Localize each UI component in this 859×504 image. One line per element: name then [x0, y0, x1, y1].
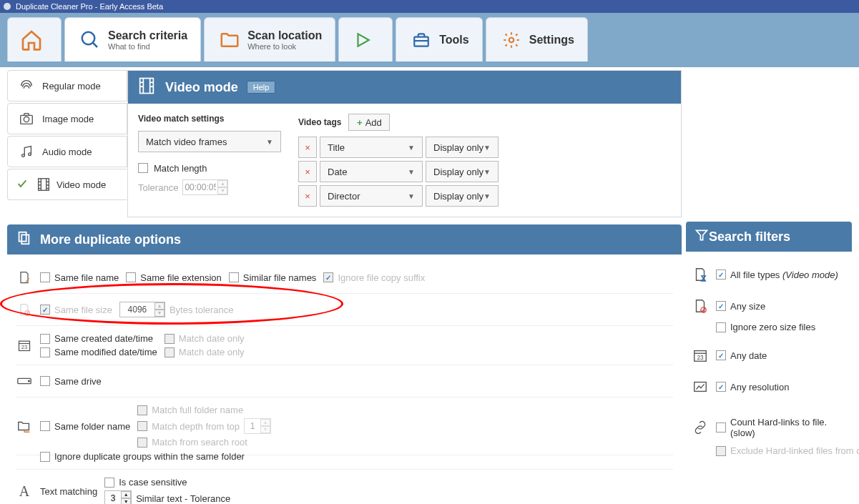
- remove-tag-director[interactable]: ×: [298, 185, 317, 207]
- chevron-down-icon: ▼: [408, 192, 415, 200]
- app-icon: [3, 2, 11, 11]
- svg-point-1: [82, 31, 95, 44]
- drive-icon: [16, 372, 33, 390]
- tag-director-dropdown[interactable]: Director▼: [320, 185, 423, 207]
- tag-title-dropdown[interactable]: Title▼: [320, 137, 423, 158]
- tolerance-input[interactable]: [183, 181, 217, 194]
- tag-director-display-value: Display only: [433, 191, 484, 202]
- mode-tab-regular[interactable]: Regular mode: [7, 70, 127, 102]
- ignore-zero-checkbox[interactable]: [716, 322, 726, 332]
- svg-point-9: [22, 154, 25, 157]
- file-edit-icon: [16, 269, 33, 286]
- sim-down[interactable]: ▼: [121, 498, 131, 504]
- mode-video-label: Video mode: [57, 179, 106, 190]
- same-created-checkbox[interactable]: [40, 334, 50, 344]
- sim-tol-input[interactable]: [105, 492, 121, 504]
- same-file-name-checkbox[interactable]: [40, 272, 50, 282]
- mode-tab-video[interactable]: Video mode: [7, 169, 127, 200]
- bytes-tolerance-label: Bytes tolerance: [170, 305, 234, 315]
- tag-date-dropdown[interactable]: Date▼: [320, 161, 423, 182]
- svg-point-6: [509, 37, 514, 42]
- tab-tools-title: Tools: [439, 34, 468, 46]
- camera-icon: [16, 110, 36, 127]
- mode-image-label: Image mode: [42, 114, 94, 124]
- tag-director-display-dropdown[interactable]: Display only▼: [426, 185, 499, 207]
- ignore-dup-groups-label: Ignore duplicate groups within the same …: [54, 451, 245, 462]
- match-dropdown-value: Match video frames: [146, 137, 227, 147]
- same-modified-checkbox[interactable]: [40, 347, 50, 357]
- folder-icon: [217, 28, 242, 52]
- svg-line-39: [702, 308, 706, 312]
- tolerance-down[interactable]: ▼: [217, 187, 227, 194]
- any-resolution-checkbox[interactable]: [716, 382, 726, 392]
- tab-settings[interactable]: Settings: [486, 17, 588, 61]
- match-length-checkbox[interactable]: [138, 163, 148, 173]
- same-created-label: Same created date/time: [54, 333, 153, 344]
- tab-tools[interactable]: Tools: [396, 17, 482, 61]
- is-case-label: Is case sensitive: [119, 477, 187, 488]
- svg-rect-27: [19, 232, 26, 241]
- tag-title-display-dropdown[interactable]: Display only▼: [426, 137, 499, 158]
- ignore-dup-groups-checkbox[interactable]: [40, 452, 50, 462]
- svg-rect-20: [140, 78, 154, 93]
- chevron-down-icon: ▼: [484, 168, 491, 176]
- gear-icon: [499, 28, 524, 52]
- all-filetypes-label: All file types: [730, 270, 780, 280]
- same-folder-checkbox[interactable]: [40, 421, 50, 431]
- count-hardlinks-checkbox[interactable]: [716, 423, 726, 433]
- tolerance-up[interactable]: ▲: [217, 180, 227, 187]
- tab-location-sub: Where to look: [247, 42, 322, 51]
- tab-play[interactable]: [338, 17, 393, 61]
- tab-home[interactable]: [7, 17, 62, 61]
- all-filetypes-mode: (Video mode): [782, 270, 838, 280]
- svg-text:23: 23: [21, 344, 27, 350]
- match-search-root-label: Match from search root: [152, 437, 247, 448]
- mode-tab-audio[interactable]: Audio mode: [7, 136, 127, 167]
- match-video-frames-dropdown[interactable]: Match video frames ▼: [138, 131, 281, 152]
- search-filters-header: Search filters: [686, 222, 852, 252]
- remove-tag-title[interactable]: ×: [298, 137, 317, 158]
- svg-point-0: [4, 3, 11, 10]
- any-size-checkbox[interactable]: [716, 301, 726, 311]
- add-label: Add: [365, 117, 382, 128]
- bytes-up: ▲: [154, 302, 165, 310]
- any-date-checkbox[interactable]: [716, 350, 726, 360]
- tab-search-sub: What to find: [108, 42, 187, 51]
- tag-title-display-value: Display only: [433, 142, 484, 153]
- match-date-only2-label: Match date only: [179, 347, 245, 357]
- any-resolution-label: Any resolution: [730, 382, 789, 392]
- similar-names-checkbox[interactable]: [229, 272, 239, 282]
- sim-up[interactable]: ▲: [121, 491, 131, 498]
- chevron-down-icon: ▼: [484, 144, 491, 152]
- size-filter-icon: [692, 297, 709, 315]
- film-icon: [137, 76, 157, 99]
- any-size-label: Any size: [730, 301, 765, 312]
- remove-tag-date[interactable]: ×: [298, 161, 317, 182]
- tab-scan-location[interactable]: Scan location Where to look: [204, 17, 335, 61]
- sim-text-tol-label: Similar text - Tolerance: [136, 493, 230, 504]
- svg-marker-36: [697, 230, 707, 239]
- text-icon: A: [16, 483, 33, 500]
- tab-location-title: Scan location: [247, 29, 322, 42]
- all-filetypes-checkbox[interactable]: [716, 270, 726, 280]
- tag-date-display-dropdown[interactable]: Display only▼: [426, 161, 499, 182]
- match-full-folder-checkbox: [137, 405, 147, 415]
- folder-tree-icon: [16, 417, 33, 435]
- tab-search-criteria[interactable]: Search criteria What to find: [64, 17, 201, 61]
- chevron-down-icon: ▼: [408, 144, 415, 152]
- help-button[interactable]: Help: [247, 81, 276, 94]
- mode-audio-label: Audio mode: [42, 147, 92, 157]
- same-drive-checkbox[interactable]: [40, 376, 50, 386]
- any-date-label: Any date: [730, 350, 767, 361]
- magnifier-icon: [78, 28, 102, 52]
- count-hardlinks-label: Count Hard-links to file. (slow): [730, 417, 846, 438]
- music-icon: [16, 143, 36, 160]
- same-ext-checkbox[interactable]: [126, 272, 136, 282]
- calendar-icon: 23: [16, 337, 33, 354]
- mode-tab-image[interactable]: Image mode: [7, 103, 127, 134]
- add-tag-button[interactable]: + Add: [348, 114, 390, 131]
- video-match-settings-label: Video match settings: [138, 114, 281, 124]
- is-case-checkbox[interactable]: [104, 478, 114, 488]
- match-depth-label: Match depth from top: [152, 421, 240, 432]
- home-icon: [19, 28, 44, 52]
